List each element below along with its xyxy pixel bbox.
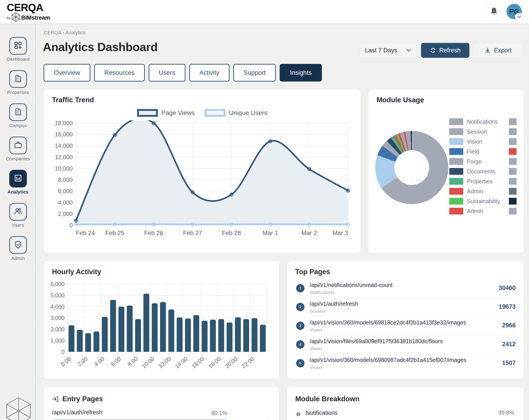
export-button[interactable]: Export bbox=[474, 43, 523, 58]
svg-text:2,000: 2,000 bbox=[58, 210, 73, 217]
page-path: /api/v1/vision/files/69a009ef917f936381b… bbox=[310, 338, 443, 345]
download-icon bbox=[485, 47, 491, 53]
shield-check-icon bbox=[13, 240, 23, 250]
page-category: Session bbox=[310, 309, 326, 314]
module-legend-row[interactable]: Notifications bbox=[449, 118, 516, 125]
hour-bar-11:00 bbox=[160, 302, 166, 352]
hour-bar-0:00 bbox=[68, 325, 74, 352]
sidebar-item-admin[interactable]: Admin bbox=[9, 236, 27, 261]
section-tabs: Overview Resources Users Activity Suppor… bbox=[44, 64, 322, 81]
sidebar-item-dashboard[interactable]: Dashboard bbox=[7, 37, 30, 62]
sidebar-item-properties[interactable]: Properties bbox=[7, 70, 29, 95]
hour-bar-14:00 bbox=[185, 319, 191, 352]
legend-item-page-views[interactable]: Page Views bbox=[137, 109, 195, 117]
module-legend-row[interactable]: Sustainability bbox=[449, 198, 516, 205]
svg-text:16:00: 16:00 bbox=[190, 355, 205, 369]
legend-swatch bbox=[449, 138, 463, 145]
module-legend-row[interactable]: Admin bbox=[449, 208, 516, 214]
entry-page-percent: 80.1% bbox=[211, 410, 227, 416]
avatar-menu-chevron[interactable] bbox=[515, 13, 523, 21]
legend-label: Forge bbox=[467, 158, 509, 165]
traffic-trend-card: Traffic Trend Page Views Unique Users 02… bbox=[44, 89, 361, 253]
legend-label: Admin bbox=[467, 188, 509, 195]
hour-bar-10:00 bbox=[152, 303, 158, 352]
module-legend-row[interactable]: Field bbox=[449, 148, 516, 155]
briefcase-icon bbox=[13, 140, 23, 151]
page-count: 2966 bbox=[502, 322, 516, 329]
legend-label: Properties bbox=[467, 178, 509, 185]
hour-bar-3:00 bbox=[93, 331, 99, 352]
chevron-down-icon bbox=[406, 49, 411, 52]
legend-swatch-secondary bbox=[509, 138, 516, 145]
module-usage-legend: NotificationsSessionVisionFieldForgeDocu… bbox=[449, 118, 516, 214]
unique-users-line bbox=[76, 224, 348, 224]
legend-label: Field bbox=[467, 148, 509, 155]
building-icon bbox=[13, 74, 23, 84]
svg-text:0:00: 0:00 bbox=[60, 355, 72, 368]
svg-text:8,000: 8,000 bbox=[58, 176, 73, 183]
svg-text:Mar 1: Mar 1 bbox=[263, 230, 278, 236]
tab-activity[interactable]: Activity bbox=[189, 64, 230, 81]
hour-bar-12:00 bbox=[168, 310, 174, 352]
bimstream-hexagon-icon bbox=[12, 13, 20, 23]
module-legend-row[interactable]: Admin bbox=[449, 188, 516, 195]
page-count: 19673 bbox=[499, 303, 516, 310]
user-avatar[interactable]: PG bbox=[506, 4, 522, 19]
sidebar-item-users[interactable]: Users bbox=[9, 203, 27, 228]
tab-resources[interactable]: Resources bbox=[94, 64, 145, 81]
refresh-button[interactable]: Refresh bbox=[421, 43, 469, 58]
breadcrumb-root[interactable]: CERQA bbox=[44, 30, 61, 36]
module-legend-row[interactable]: Forge bbox=[449, 158, 516, 165]
logo-title: CERQA bbox=[7, 2, 50, 13]
sidebar-item-analytics[interactable]: Analytics bbox=[7, 170, 28, 195]
hour-bar-17:00 bbox=[210, 320, 216, 352]
svg-text:0: 0 bbox=[70, 222, 73, 228]
hour-bar-22:00 bbox=[252, 318, 257, 352]
rank-badge: 4 bbox=[296, 340, 304, 349]
top-pages-row[interactable]: 5 /api/v1/vision/360/models/6980987adc4f… bbox=[295, 357, 516, 375]
module-breakdown-title: Module Breakdown bbox=[295, 395, 359, 403]
svg-text:2:00: 2:00 bbox=[76, 355, 89, 368]
page-count: 2412 bbox=[502, 341, 516, 348]
module-legend-row[interactable]: Documents bbox=[449, 168, 516, 175]
svg-text:6,000: 6,000 bbox=[58, 188, 73, 194]
legend-label: Session bbox=[467, 129, 509, 135]
legend-swatch-secondary bbox=[509, 158, 516, 165]
chevron-down-icon bbox=[517, 16, 521, 18]
svg-text:5,000: 5,000 bbox=[50, 292, 65, 299]
sidebar-item-campus[interactable]: Campus bbox=[9, 104, 27, 128]
logo-brand-text: BIMstream bbox=[21, 14, 50, 21]
module-legend-row[interactable]: Properties bbox=[449, 178, 516, 185]
module-legend-row[interactable]: Vision bbox=[449, 138, 516, 145]
legend-swatch-secondary bbox=[509, 128, 516, 135]
brand-logo[interactable]: CERQA by BIMstream bbox=[7, 2, 50, 23]
page-views-swatch bbox=[137, 109, 158, 117]
hourly-activity-title: Hourly Activity bbox=[52, 268, 101, 276]
legend-swatch bbox=[449, 168, 463, 175]
campus-building-icon bbox=[13, 107, 23, 118]
legend-swatch bbox=[449, 118, 463, 125]
hour-bar-21:00 bbox=[243, 319, 249, 352]
tab-insights[interactable]: Insights bbox=[280, 64, 322, 81]
legend-swatch bbox=[449, 208, 463, 214]
sidebar-item-companies[interactable]: Companies bbox=[6, 137, 30, 161]
top-pages-card: Top Pages 1 /api/v1/notifications/unread… bbox=[287, 261, 524, 379]
svg-text:18,000: 18,000 bbox=[55, 120, 73, 126]
refresh-icon bbox=[430, 47, 436, 53]
notifications-button[interactable] bbox=[486, 3, 502, 20]
tab-users[interactable]: Users bbox=[149, 64, 185, 81]
module-usage-donut[interactable] bbox=[375, 131, 448, 204]
tab-overview[interactable]: Overview bbox=[44, 64, 90, 81]
svg-text:16,000: 16,000 bbox=[55, 131, 73, 138]
breadcrumb-current[interactable]: Analytics bbox=[65, 30, 85, 36]
page-views-area bbox=[76, 120, 348, 225]
svg-text:14:00: 14:00 bbox=[174, 355, 189, 369]
svg-text:2,000: 2,000 bbox=[50, 326, 65, 332]
tab-support[interactable]: Support bbox=[233, 64, 276, 81]
svg-text:4,000: 4,000 bbox=[50, 303, 65, 310]
date-range-select[interactable]: Last 7 Days bbox=[359, 43, 417, 58]
legend-label: Notifications bbox=[467, 118, 509, 125]
module-legend-row[interactable]: Session bbox=[449, 128, 516, 135]
svg-text:6,000: 6,000 bbox=[50, 282, 65, 287]
legend-item-unique-users[interactable]: Unique Users bbox=[205, 109, 267, 117]
